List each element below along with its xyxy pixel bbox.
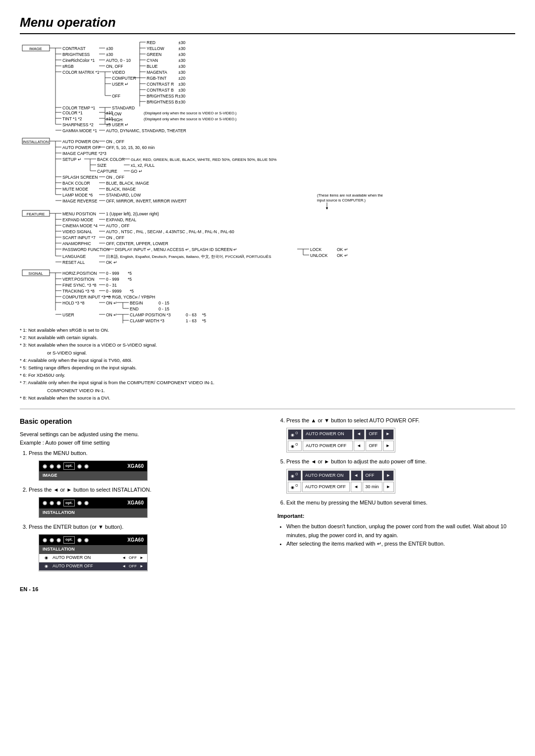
svg-text:*5: *5 bbox=[202, 312, 206, 317]
apt-arrow-l-2: ◄ bbox=[354, 441, 365, 451]
basic-operation-section: Basic operation Several settings can be … bbox=[20, 416, 515, 576]
svg-text:COMPUTER: COMPUTER bbox=[112, 76, 136, 81]
apt5-arrow-l-2: ◄ bbox=[351, 482, 361, 492]
svg-text:SETUP ↵: SETUP ↵ bbox=[62, 157, 82, 162]
svg-text:VIDEO: VIDEO bbox=[112, 70, 125, 75]
svg-text:TRACKING  *3 *8: TRACKING *3 *8 bbox=[62, 289, 95, 294]
svg-text:STANDARD: STANDARD bbox=[112, 105, 135, 110]
svg-text:CONTRAST B: CONTRAST B bbox=[147, 88, 174, 93]
svg-text:GO ↵: GO ↵ bbox=[131, 169, 143, 174]
svg-text:*5: *5 bbox=[130, 289, 134, 294]
footnote-3b: or S-VIDEO signal. bbox=[20, 349, 515, 356]
xga-tab-installation: INSTALLATION bbox=[39, 508, 147, 517]
svg-text:0 - 31: 0 - 31 bbox=[106, 283, 117, 288]
svg-text:±30: ±30 bbox=[178, 52, 185, 57]
svg-text:INSTALLATION: INSTALLATION bbox=[23, 140, 49, 144]
important-bullet-2: After selecting the items marked with ↵,… bbox=[286, 540, 515, 549]
xga-menu-step3: ◉◉◉ opt. ◉◉ XGA60 INSTALLATION ◉ AUTO PO… bbox=[39, 534, 148, 571]
svg-text:CLAMP POSITION *3: CLAMP POSITION *3 bbox=[130, 312, 171, 317]
svg-text:UNLOCK: UNLOCK bbox=[310, 253, 328, 258]
apt5-icon-2: ◉ O bbox=[288, 482, 301, 492]
svg-text:FINE SYNC.  *3 *8: FINE SYNC. *3 *8 bbox=[62, 283, 97, 288]
important-bullet-1: When the button doesn't function, unplug… bbox=[286, 522, 515, 540]
apt5-icon-1: ◉ O bbox=[288, 470, 301, 481]
svg-text:CYAN: CYAN bbox=[147, 58, 158, 63]
svg-text:EXPAND, REAL: EXPAND, REAL bbox=[106, 217, 137, 222]
svg-text:OFF, CENTER, UPPER, LOWER: OFF, CENTER, UPPER, LOWER bbox=[106, 241, 168, 246]
basic-op-left: Basic operation Several settings can be … bbox=[20, 416, 258, 576]
svg-text:ON ↵: ON ↵ bbox=[106, 301, 117, 305]
xga-menu-step2: ◉◉◉ opt. ◉◉ XGA60 INSTALLATION bbox=[39, 497, 148, 517]
xga-header-icons-2: ◉◉◉ opt. ◉◉ bbox=[43, 499, 89, 507]
row-icon-1: ◉ bbox=[43, 555, 50, 561]
svg-text:AUTO, DYNAMIC, STANDARD, THEAT: AUTO, DYNAMIC, STANDARD, THEATER bbox=[106, 128, 186, 133]
svg-text:SCART INPUT  *7: SCART INPUT *7 bbox=[62, 235, 96, 240]
footnote-1: * 1: Not available when sRGB is set to O… bbox=[20, 326, 515, 334]
svg-text:HOLD  *3 *8: HOLD *3 *8 bbox=[62, 301, 85, 305]
step-6: Exit the menu by pressing the MENU butto… bbox=[286, 499, 515, 507]
svg-text:AUTO, 0 - 10: AUTO, 0 - 10 bbox=[106, 58, 131, 63]
auto-power-on-label: AUTO POWER ON bbox=[53, 554, 119, 561]
svg-text:AUTO , NTSC , PAL , SECAM , 4.: AUTO , NTSC , PAL , SECAM , 4.43NTSC , P… bbox=[106, 229, 234, 234]
svg-text:CINEMA MODE  *4: CINEMA MODE *4 bbox=[62, 223, 98, 228]
svg-text:1 (Upper left), 2(Lower right): 1 (Upper left), 2(Lower right) bbox=[106, 211, 159, 216]
svg-text:±30: ±30 bbox=[178, 82, 185, 87]
xga-tab-image: IMAGE bbox=[39, 471, 147, 480]
footnote-4: * 4: Available only when the input signa… bbox=[20, 356, 515, 364]
svg-text:1 - 63: 1 - 63 bbox=[186, 318, 197, 323]
svg-text:SIZE: SIZE bbox=[97, 163, 107, 168]
svg-text:BLACK, IMAGE: BLACK, IMAGE bbox=[106, 187, 136, 192]
svg-text:(These items are not available: (These items are not available when the bbox=[317, 193, 383, 198]
svg-text:BRIGHTNESS R: BRIGHTNESS R bbox=[147, 94, 178, 99]
svg-text:FEATURE: FEATURE bbox=[27, 212, 45, 216]
svg-text:±30: ±30 bbox=[178, 70, 185, 75]
svg-text:TINT  *1 *2: TINT *1 *2 bbox=[62, 116, 82, 121]
svg-text:OK ↵: OK ↵ bbox=[106, 260, 117, 265]
svg-text:MAGENTA: MAGENTA bbox=[147, 70, 167, 75]
svg-text:(Displayed only when the sourc: (Displayed only when the source is VIDEO… bbox=[144, 117, 237, 121]
svg-text:OK ↵: OK ↵ bbox=[337, 247, 348, 252]
svg-text:ON, OFF: ON, OFF bbox=[106, 64, 123, 69]
svg-text:AUTO , OFF: AUTO , OFF bbox=[106, 223, 130, 228]
svg-text:CONTRAST: CONTRAST bbox=[62, 46, 86, 51]
svg-text:BLUE, BLACK, IMAGE: BLUE, BLACK, IMAGE bbox=[106, 181, 149, 186]
svg-text:±5: ±5 bbox=[106, 122, 111, 127]
footnote-5: * 5: Setting range differs depending on … bbox=[20, 364, 515, 371]
apt5-val-2: 30 min bbox=[363, 482, 382, 492]
svg-text:LAMP MODE  *6: LAMP MODE *6 bbox=[62, 193, 93, 198]
important-section: Important: When the button doesn't funct… bbox=[277, 512, 515, 549]
svg-text:BRIGHTNESS: BRIGHTNESS bbox=[62, 52, 90, 57]
svg-text:BACK COLOR: BACK COLOR bbox=[62, 181, 90, 186]
svg-text:USER ↵: USER ↵ bbox=[112, 82, 129, 87]
basic-op-example: Example : Auto power off time setting bbox=[20, 439, 258, 447]
right-arrow-1: ► bbox=[140, 555, 144, 561]
svg-text:0 - 9999: 0 - 9999 bbox=[106, 289, 121, 294]
svg-text:DISPLAY INPUT ↵, MENU ACCESS ↵: DISPLAY INPUT ↵, MENU ACCESS ↵, SPLASH I… bbox=[115, 247, 237, 252]
svg-text:x1, x2, FULL: x1, x2, FULL bbox=[131, 163, 155, 168]
svg-text:SHARPNESS  *2: SHARPNESS *2 bbox=[62, 122, 94, 127]
svg-text:COLOR TEMP  *1: COLOR TEMP *1 bbox=[62, 105, 96, 110]
svg-text:0 - 15: 0 - 15 bbox=[159, 301, 169, 305]
svg-text:sRGB: sRGB bbox=[62, 64, 74, 69]
svg-text:±30: ±30 bbox=[178, 94, 185, 99]
apt-arrow-r-1: ► bbox=[383, 429, 394, 440]
step-4: Press the ▲ or ▼ button to select AUTO P… bbox=[286, 416, 515, 453]
svg-text:BEGIN: BEGIN bbox=[130, 301, 143, 305]
svg-text:0 - 999: 0 - 999 bbox=[106, 271, 119, 276]
svg-text:±10: ±10 bbox=[106, 116, 113, 121]
svg-text:IMAGE: IMAGE bbox=[29, 47, 42, 51]
apt5-label-1: AUTO POWER ON bbox=[302, 470, 350, 481]
svg-text:±30: ±30 bbox=[178, 58, 185, 63]
auto-power-off-row: ◉ AUTO POWER OFF ◄ OFF ► bbox=[39, 562, 147, 571]
svg-text:±30: ±30 bbox=[106, 46, 113, 51]
apt5-arrow-l-1: ◄ bbox=[351, 470, 361, 481]
page-title: Menu operation bbox=[20, 15, 515, 34]
svg-text:OFF, 5, 10, 15, 30, 60 min: OFF, 5, 10, 15, 30, 60 min bbox=[106, 145, 155, 150]
apt5-arrow-r-1: ► bbox=[383, 470, 394, 481]
svg-text:GREEN: GREEN bbox=[147, 52, 161, 57]
auto-power-off-val: OFF bbox=[129, 563, 137, 569]
step-5: Press the ◄ or ► button to adjust the au… bbox=[286, 457, 515, 494]
svg-text:END: END bbox=[130, 306, 139, 311]
svg-text:PASSWORD FUNCTION: PASSWORD FUNCTION bbox=[62, 247, 109, 252]
svg-text:0 - 63: 0 - 63 bbox=[186, 312, 197, 317]
